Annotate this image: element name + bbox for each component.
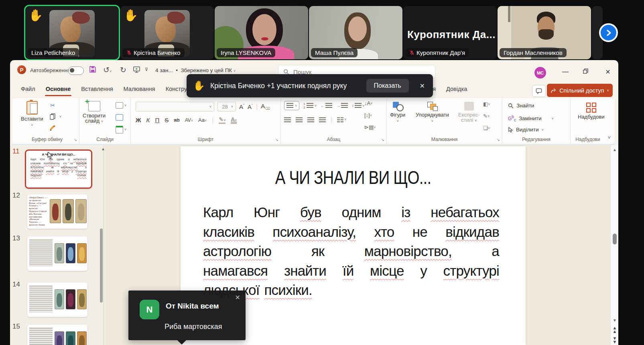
participant-tile-gordan[interactable]: Гордан Масленников bbox=[498, 6, 591, 59]
share-button[interactable]: Спільний доступ˅ bbox=[547, 84, 613, 97]
text-direction-button[interactable]: ↓A˅ bbox=[364, 100, 372, 106]
slideshow-icon[interactable] bbox=[133, 66, 140, 75]
section-icon[interactable] bbox=[115, 125, 124, 134]
smartart-button[interactable]: ⊳▤˅ bbox=[364, 124, 376, 130]
close-notification-icon[interactable]: ✕ bbox=[420, 82, 425, 90]
bullets-button[interactable]: ˅ bbox=[284, 101, 299, 110]
undo-icon[interactable]: ↺˅ bbox=[103, 65, 112, 75]
close-chat-icon[interactable]: ✕ bbox=[235, 294, 240, 301]
line-spacing-button[interactable]: ↕˅ bbox=[352, 103, 364, 108]
minimize-button[interactable]: — bbox=[561, 68, 570, 75]
main-scrollbar-thumb[interactable] bbox=[613, 234, 617, 244]
strikethrough-button[interactable]: S bbox=[165, 117, 169, 123]
tab-Довідка[interactable]: Довідка bbox=[441, 81, 472, 97]
main-scrollbar[interactable]: ▲ ▼ ▲▲ ▼▼ bbox=[610, 145, 618, 345]
justify-button[interactable] bbox=[319, 117, 326, 123]
underline-button[interactable]: П bbox=[155, 117, 159, 123]
save-icon[interactable] bbox=[89, 65, 97, 75]
grow-font-button[interactable]: Aˆ bbox=[239, 103, 244, 110]
font-name-select[interactable]: ˅ bbox=[136, 102, 214, 111]
quick-styles-button[interactable]: Експрес- стилі ˅ bbox=[458, 102, 479, 123]
chat-notification[interactable]: N От Nikita всем Риба мартовская ✕ bbox=[128, 291, 246, 340]
participant-tile-kristina[interactable]: ✋ Крістіна Биченко bbox=[120, 6, 214, 59]
clipboard-dialog-launcher[interactable]: ↘ bbox=[74, 137, 77, 142]
replace-button[interactable]: Gbc Замінити˅ bbox=[508, 115, 554, 122]
section-caret[interactable]: ˅ bbox=[124, 127, 126, 131]
thumbnail-slide-13[interactable] bbox=[27, 236, 87, 271]
addins-icon bbox=[586, 103, 596, 113]
close-button[interactable]: ✕ bbox=[603, 68, 613, 76]
thumbnail-slide-11[interactable]: А ЧИ ЗНАЛИ ВИ ЩО... КарлЮнгбуводнимізнеб… bbox=[25, 149, 92, 189]
increase-indent-button[interactable]: → bbox=[336, 103, 348, 108]
tab-Основне[interactable]: Основне bbox=[41, 81, 76, 97]
participant-tile-masha[interactable]: Маша Пулєва bbox=[309, 6, 402, 59]
paragraph-dialog-launcher[interactable]: ↘ bbox=[381, 137, 384, 142]
font-dialog-launcher[interactable]: ↘ bbox=[275, 137, 278, 142]
scroll-down-icon[interactable]: ▼ bbox=[611, 318, 618, 323]
previous-slide-button[interactable]: ▲▲ bbox=[611, 326, 618, 333]
participant-tile-liza[interactable]: ✋ Liza Petlichenko bbox=[25, 6, 119, 59]
shape-fill-button[interactable]: ◧˅ bbox=[483, 101, 490, 107]
font-size-select[interactable]: 28˅ bbox=[217, 102, 236, 111]
tab-Малювання[interactable]: Малювання bbox=[118, 81, 160, 97]
qat-overflow-icon[interactable]: ⊽ bbox=[145, 67, 148, 72]
redo-icon[interactable]: ↻ bbox=[120, 65, 126, 75]
decrease-indent-button[interactable]: ← bbox=[321, 103, 332, 108]
thumbnail-cards bbox=[55, 289, 87, 309]
columns-button[interactable]: ˅ bbox=[337, 117, 346, 123]
paste-button[interactable]: Вставити˅ bbox=[21, 101, 43, 127]
shape-effects-button[interactable]: ❏˅ bbox=[483, 125, 490, 131]
thumbnail-slide-14[interactable] bbox=[27, 282, 87, 317]
shapes-button[interactable]: Фігури˅ bbox=[390, 102, 405, 123]
numbering-button[interactable]: 12˅ bbox=[303, 102, 317, 109]
find-button[interactable]: Знайти bbox=[508, 103, 534, 109]
next-slide-button[interactable]: ▼▼ bbox=[611, 337, 618, 344]
change-case-button[interactable]: Aa˅ bbox=[198, 117, 207, 123]
clear-formatting-button[interactable]: A⌫ bbox=[261, 103, 270, 111]
participant-tile-iryna[interactable]: Iryna LYSENKOVA bbox=[215, 6, 308, 59]
drawing-dialog-launcher[interactable]: ↘ bbox=[497, 137, 500, 142]
align-text-button[interactable]: [↕]˅ bbox=[364, 112, 372, 118]
comments-button[interactable] bbox=[532, 85, 546, 97]
select-button[interactable]: Виділити˅ bbox=[508, 127, 544, 133]
next-participants-button[interactable] bbox=[599, 23, 618, 42]
scroll-up-icon[interactable]: ▲ bbox=[611, 147, 618, 152]
format-painter-icon[interactable] bbox=[48, 123, 57, 132]
copy-icon[interactable] bbox=[48, 112, 57, 121]
tab-Вставлення[interactable]: Вставлення bbox=[76, 81, 118, 97]
copy-caret[interactable]: ˅ bbox=[59, 115, 61, 119]
layout-caret[interactable]: ˅ bbox=[124, 103, 126, 107]
italic-button[interactable]: К bbox=[146, 117, 150, 123]
collapse-ribbon-chevron[interactable]: ˅ bbox=[607, 135, 611, 141]
restore-button[interactable] bbox=[581, 68, 590, 75]
quick-styles-icon bbox=[464, 102, 474, 111]
thumbnail-scrollbar[interactable]: ▲ bbox=[99, 145, 103, 345]
bold-button[interactable]: Ж bbox=[136, 117, 141, 123]
align-right-button[interactable] bbox=[307, 117, 314, 123]
new-slide-button[interactable]: Створити слайд ˅ bbox=[83, 101, 106, 124]
addins-button[interactable]: Надбудови bbox=[578, 103, 604, 120]
participant-tile-kuropiatnyk[interactable]: Куропятник Да... Куропятник Дар'я bbox=[403, 6, 497, 59]
slide-number: 14 bbox=[12, 280, 23, 289]
text-shadow-button[interactable]: ab bbox=[174, 117, 179, 123]
align-center-button[interactable] bbox=[296, 117, 303, 123]
thumbnail-slide-15[interactable] bbox=[27, 325, 87, 345]
thumbnail-slide-12[interactable]: «Марс/Овен» — це архетип Воїна, «Сатурн/… bbox=[27, 194, 87, 229]
align-left-button[interactable] bbox=[284, 117, 291, 123]
slide-body: КарлЮнгбуводнимізнебагатьохкласиківпсихо… bbox=[203, 203, 499, 300]
slide-layout-icon[interactable] bbox=[115, 101, 124, 110]
highlight-button[interactable]: ✎˅ bbox=[219, 116, 226, 124]
account-avatar[interactable]: МС bbox=[534, 67, 546, 79]
tab-Файл[interactable]: Файл bbox=[16, 81, 41, 97]
arrange-button[interactable]: Упорядкувати˅ bbox=[416, 102, 449, 123]
cut-icon[interactable]: ✂ bbox=[48, 101, 57, 110]
reset-slide-icon[interactable] bbox=[115, 113, 124, 122]
scroll-up-icon[interactable]: ▲ bbox=[99, 147, 107, 151]
thumbnail-scrollbar-thumb[interactable] bbox=[100, 228, 103, 303]
character-spacing-button[interactable]: AV˅ bbox=[185, 117, 193, 123]
shape-outline-button[interactable]: ✎˅ bbox=[483, 113, 490, 119]
autosave-toggle[interactable] bbox=[68, 67, 84, 75]
font-color-button[interactable]: А˅ bbox=[231, 116, 237, 124]
show-button[interactable]: Показать bbox=[366, 79, 409, 93]
shrink-font-button[interactable]: Aˇ bbox=[248, 103, 253, 110]
